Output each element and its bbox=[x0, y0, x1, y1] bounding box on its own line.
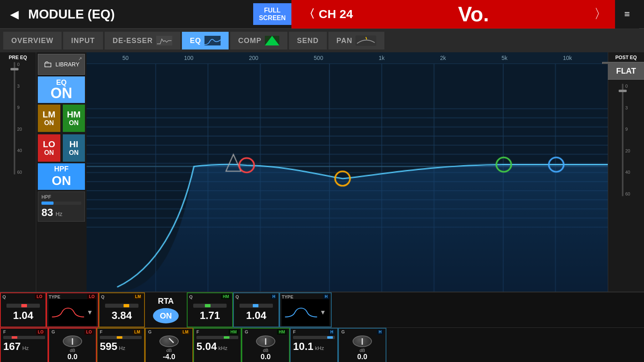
header: ◀ MODULE (EQ) FULLSCREEN 〈 CH 24 Vo. 〉 ≡ bbox=[0, 0, 644, 29]
eq-on-button[interactable]: EQ ON bbox=[38, 76, 85, 103]
hm-q-slider[interactable] bbox=[193, 304, 226, 308]
hi-f-box: F H 10.1 kHz bbox=[290, 328, 338, 362]
nav-tabs: OVERVIEW INPUT DE-ESSER EQ COMP SEND PAN bbox=[0, 29, 644, 52]
left-panel: PRE EQ 0 3 9 20 40 60 🗀 bbox=[0, 52, 87, 292]
eq-display-section: 50 100 200 500 1k 2k 5k 10k bbox=[87, 52, 608, 292]
hm-f-box: F HM 5.04 kHz bbox=[193, 328, 242, 362]
hpf-state: ON bbox=[52, 173, 71, 188]
library-label: LIBRARY bbox=[56, 61, 80, 68]
tab-overview[interactable]: OVERVIEW bbox=[3, 32, 62, 49]
post-eq-fader[interactable] bbox=[622, 84, 623, 196]
hm-f-value: 5.04 bbox=[196, 340, 217, 353]
flat-button[interactable]: FLAT bbox=[602, 62, 644, 80]
hpf-label: HPF bbox=[54, 165, 69, 173]
tab-eq[interactable]: EQ bbox=[182, 32, 229, 49]
de-esser-icon bbox=[156, 36, 172, 45]
lo-f-box: F LO 167 Hz bbox=[0, 328, 48, 362]
main-area: PRE EQ 0 3 9 20 40 60 🗀 bbox=[0, 52, 644, 292]
channel-name: Vo. bbox=[361, 0, 586, 29]
hm-f-unit: kHz bbox=[219, 345, 227, 351]
lo-q-slider[interactable] bbox=[6, 304, 39, 308]
hpf-button[interactable]: HPF ON bbox=[38, 163, 85, 190]
hpf-value: 83 bbox=[41, 206, 53, 219]
hi-q-slider[interactable] bbox=[239, 304, 272, 308]
hi-g-box: G H dB 0.0 bbox=[338, 328, 386, 362]
hpf-slider[interactable] bbox=[41, 202, 81, 205]
lo-f-value: 167 bbox=[3, 340, 21, 353]
tab-comp[interactable]: COMP bbox=[230, 32, 287, 49]
band-buttons: LM ON HM ON LO ON HI ON bbox=[38, 105, 85, 162]
lo-type-wave-icon bbox=[52, 305, 84, 320]
lo-g-knob[interactable] bbox=[63, 335, 82, 347]
hm-g-knob[interactable] bbox=[256, 335, 275, 347]
pre-eq-section: PRE EQ 0 3 9 20 40 60 bbox=[0, 52, 36, 292]
tab-de-esser[interactable]: DE-ESSER bbox=[105, 32, 180, 49]
channel-next-button[interactable]: 〉 bbox=[586, 0, 615, 29]
rta-on-button[interactable]: ON bbox=[153, 308, 179, 323]
hi-f-value: 10.1 bbox=[293, 340, 314, 353]
rta-section: RTA ON bbox=[145, 292, 187, 327]
library-button[interactable]: 🗀 LIBRARY ↗ bbox=[38, 54, 85, 75]
hm-f-slider[interactable] bbox=[196, 336, 238, 339]
menu-button[interactable]: ≡ bbox=[615, 0, 639, 29]
lo-g-value: 0.0 bbox=[67, 353, 77, 361]
post-eq-label: POST EQ bbox=[615, 55, 637, 60]
eq-canvas-area[interactable] bbox=[87, 64, 608, 292]
channel-label: CH 24 bbox=[319, 7, 353, 21]
hi-f-slider[interactable] bbox=[293, 336, 335, 339]
hm-g-box: G HM dB 0.0 bbox=[242, 328, 290, 362]
lo-type-selector[interactable]: ▼ bbox=[49, 299, 96, 326]
lm-g-knob[interactable] bbox=[159, 335, 179, 347]
pre-eq-label: PRE EQ bbox=[9, 55, 27, 60]
hi-type-box: TYPE H ▼ bbox=[279, 292, 332, 327]
back-button[interactable]: ◀ bbox=[5, 4, 24, 24]
hm-button[interactable]: HM ON bbox=[63, 105, 85, 132]
tab-input[interactable]: INPUT bbox=[63, 32, 103, 49]
hi-q-value: 1.04 bbox=[246, 309, 266, 322]
fg-row: F LO 167 Hz G LO dB 0.0 bbox=[0, 328, 644, 362]
tab-pan[interactable]: PAN bbox=[328, 32, 385, 49]
lo-f-unit: Hz bbox=[22, 345, 29, 351]
fullscreen-button[interactable]: FULLSCREEN bbox=[253, 3, 291, 25]
lm-f-value: 595 bbox=[100, 340, 117, 353]
lm-f-slider[interactable] bbox=[100, 336, 142, 339]
hpf-unit: Hz bbox=[56, 211, 62, 217]
channel-prev-button[interactable]: 〈 bbox=[303, 6, 315, 22]
hi-type-selector[interactable]: ▼ bbox=[282, 299, 329, 326]
hi-button[interactable]: HI ON bbox=[63, 134, 85, 162]
q-type-row: Q LO 1.04 TYPE LO ▼ bbox=[0, 292, 644, 328]
lm-button[interactable]: LM ON bbox=[38, 105, 60, 132]
hpf-slider-box: HPF 83 Hz bbox=[38, 191, 85, 222]
lm-g-box: G LM dB -4.0 bbox=[145, 328, 193, 362]
eq-icon bbox=[204, 36, 221, 45]
eq-controls: 🗀 LIBRARY ↗ EQ ON LM ON HM ON bbox=[36, 52, 87, 292]
hi-type-wave-icon bbox=[285, 305, 317, 320]
hm-g-value: 0.0 bbox=[260, 353, 270, 361]
lo-f-slider[interactable] bbox=[3, 336, 45, 339]
export-icon: ↗ bbox=[78, 56, 82, 62]
channel-section: 〈 CH 24 bbox=[291, 0, 361, 29]
hi-q-box: Q H 1.04 bbox=[233, 292, 279, 327]
lo-type-arrow: ▼ bbox=[87, 309, 93, 316]
hi-f-unit: kHz bbox=[315, 345, 324, 351]
pre-eq-fader[interactable] bbox=[14, 62, 15, 175]
hm-q-box: Q HM 1.71 bbox=[187, 292, 233, 327]
lo-g-box: G LO dB 0.0 bbox=[48, 328, 97, 362]
rta-label: RTA bbox=[158, 296, 174, 306]
lo-q-value: 1.04 bbox=[13, 309, 33, 322]
freq-labels: 50 100 200 500 1k 2k 5k 10k bbox=[87, 52, 608, 64]
hi-g-knob[interactable] bbox=[353, 335, 372, 347]
lo-type-box: TYPE LO ▼ bbox=[46, 292, 99, 327]
lo-q-box: Q LO 1.04 bbox=[0, 292, 46, 327]
lm-f-unit: Hz bbox=[119, 345, 125, 351]
lo-button[interactable]: LO ON bbox=[38, 134, 60, 162]
lm-q-value: 3.84 bbox=[111, 309, 132, 322]
hm-q-value: 1.71 bbox=[200, 309, 220, 322]
bottom-section: Q LO 1.04 TYPE LO ▼ bbox=[0, 292, 644, 362]
hpf-slider-label: HPF bbox=[41, 194, 81, 200]
tab-send[interactable]: SEND bbox=[289, 32, 327, 49]
lm-f-box: F LM 595 Hz bbox=[97, 328, 145, 362]
lm-q-slider[interactable] bbox=[105, 304, 138, 308]
hi-type-arrow: ▼ bbox=[320, 309, 326, 316]
hi-g-value: 0.0 bbox=[357, 353, 367, 361]
